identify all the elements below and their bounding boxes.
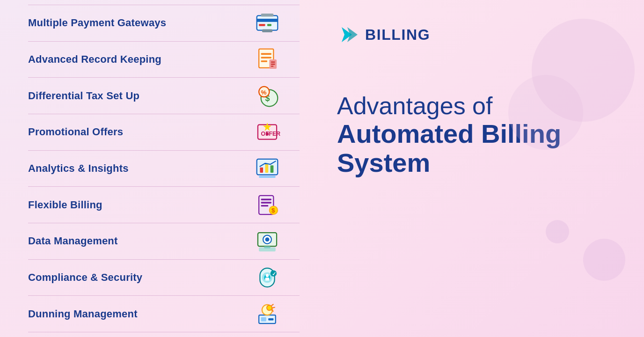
svg-rect-30: [261, 205, 269, 206]
svg-text:✓: ✓: [272, 271, 276, 277]
feature-icon-data-management: [254, 227, 281, 255]
feature-row-differential-tax-set-up: Differential Tax Set Up $ %: [28, 78, 300, 114]
feature-label-flexible-billing: Flexible Billing: [28, 199, 102, 211]
feature-icon-analytics: [254, 155, 281, 182]
feature-label-data-management: Data Management: [28, 235, 118, 247]
svg-line-51: [272, 307, 275, 308]
feature-row-analytics-insights: Analytics & Insights: [28, 151, 300, 187]
feature-label-multiple-payment-gateways: Multiple Payment Gateways: [28, 17, 166, 29]
svg-rect-28: [261, 198, 271, 200]
svg-rect-9: [261, 60, 267, 62]
svg-point-49: [267, 305, 272, 310]
heading-line1: Advantages of: [337, 93, 616, 119]
svg-point-35: [265, 238, 270, 242]
heading-area: Advantages of Automated Billing System: [337, 93, 616, 177]
svg-rect-47: [268, 318, 273, 320]
svg-rect-26: [259, 176, 276, 178]
feature-row-flexible-billing: Flexible Billing $: [28, 187, 300, 223]
logo-area: BILLING: [337, 23, 430, 46]
billing-logo-icon: [337, 23, 359, 46]
svg-rect-42: [265, 278, 270, 281]
feature-icon-payment-gateway: [254, 9, 281, 37]
svg-rect-23: [260, 168, 263, 173]
feature-row-dunning-management: Dunning Management: [28, 296, 300, 332]
feature-label-differential-tax-set-up: Differential Tax Set Up: [28, 90, 139, 102]
svg-text:OFFER: OFFER: [261, 131, 281, 137]
svg-point-41: [266, 274, 269, 277]
svg-text:$: $: [271, 206, 275, 213]
svg-rect-46: [261, 317, 266, 321]
svg-rect-4: [261, 14, 274, 17]
feature-row-multiple-payment-gateways: Multiple Payment Gateways: [28, 5, 300, 42]
svg-rect-29: [261, 202, 271, 203]
feature-icon-record-keeping: [254, 46, 281, 73]
feature-icon-compliance: ✓: [254, 264, 281, 291]
feature-row-advanced-record-keeping: Advanced Record Keeping: [28, 42, 300, 78]
svg-rect-12: [271, 64, 275, 65]
svg-text:%: %: [261, 88, 267, 95]
svg-rect-13: [271, 66, 274, 66]
svg-rect-7: [261, 53, 271, 55]
feature-label-advanced-record-keeping: Advanced Record Keeping: [28, 53, 161, 66]
feature-icon-dunning: [254, 300, 281, 328]
svg-rect-24: [265, 164, 269, 173]
feature-row-promotional-offers: Promotional Offers OFFER: [28, 114, 300, 151]
svg-point-21: [266, 132, 269, 136]
feature-icon-tax-setup: $ %: [254, 82, 281, 110]
svg-rect-1: [257, 19, 278, 22]
left-panel: Multiple Payment Gateways Advanced Recor…: [0, 0, 300, 337]
svg-rect-25: [271, 165, 274, 173]
feature-label-compliance-security: Compliance & Security: [28, 271, 142, 284]
svg-rect-8: [261, 57, 271, 58]
svg-rect-0: [257, 16, 278, 30]
feature-row-data-management: Data Management: [28, 223, 300, 260]
svg-rect-11: [271, 61, 275, 62]
svg-rect-3: [267, 24, 271, 26]
feature-icon-promotional: OFFER: [254, 118, 281, 146]
feature-row-compliance-security: Compliance & Security ✓: [28, 260, 300, 296]
right-panel: BILLING Advantages of Automated Billing …: [300, 0, 644, 337]
svg-rect-2: [259, 24, 265, 26]
feature-icon-flexible-billing: $: [254, 191, 281, 219]
heading-line2: Automated Billing System: [337, 119, 616, 177]
brand-name: BILLING: [365, 26, 430, 44]
feature-label-analytics-insights: Analytics & Insights: [28, 162, 129, 175]
svg-rect-37: [264, 247, 270, 249]
feature-label-dunning-management: Dunning Management: [28, 308, 138, 320]
svg-line-50: [271, 304, 273, 306]
feature-label-promotional-offers: Promotional Offers: [28, 126, 123, 138]
svg-rect-5: [262, 29, 272, 33]
